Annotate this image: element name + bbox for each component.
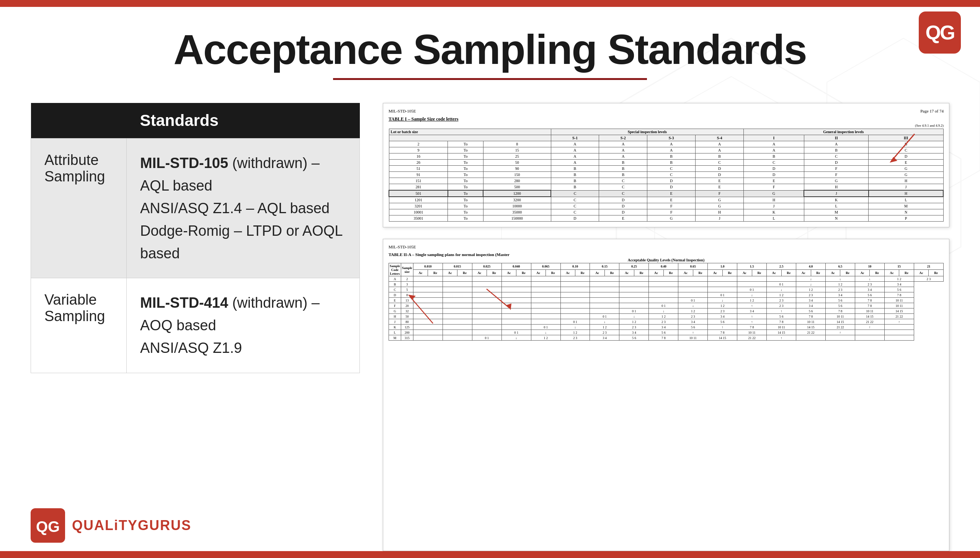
aql-table: Sample Code Letters Sample size 0.010 0.… bbox=[389, 263, 944, 341]
doc-lower-subtitle: Acceptable Quality Levels (Normal Inspec… bbox=[628, 258, 705, 262]
attribute-sampling-label: Attribute Sampling bbox=[31, 139, 127, 278]
attr-line3: Dodge-Romig – LTPD or AOQL based bbox=[140, 223, 342, 261]
sampling-table: Standards Attribute Sampling MIL-STD-105… bbox=[31, 103, 360, 373]
title-underline bbox=[333, 78, 647, 80]
doc-upper-note: (See 4.9.1 and 4.9.2) bbox=[915, 124, 944, 128]
left-section: Standards Attribute Sampling MIL-STD-105… bbox=[31, 103, 360, 551]
var-bold: MIL-STD-414 (withdrawn) – AOQ based bbox=[140, 295, 320, 333]
logo-company-name: QUALiTYGURUS bbox=[72, 517, 191, 533]
attr-line2: ANSI/ASQ Z1.4 – AQL based bbox=[140, 200, 330, 216]
bottom-border bbox=[0, 551, 980, 558]
logo-text: QUALiTYGURUS bbox=[72, 518, 191, 533]
page-title: Acceptance Sampling Standards bbox=[31, 26, 949, 72]
body-section: Standards Attribute Sampling MIL-STD-105… bbox=[31, 88, 949, 551]
attribute-sampling-content: MIL-STD-105 (withdrawn) – AQL based ANSI… bbox=[127, 139, 360, 278]
qg-badge-text: QG bbox=[926, 21, 954, 44]
doc-lower: MIL-STD-105E TABLE II-A – Single samplin… bbox=[383, 239, 949, 551]
top-border bbox=[0, 0, 980, 7]
qg-logo-icon: QG bbox=[31, 508, 65, 543]
doc-lower-title: MIL-STD-105E bbox=[389, 245, 416, 249]
doc-upper-table-title: TABLE I – Sample Size code letters bbox=[389, 117, 458, 122]
right-section: MIL-STD-105E Page 17 of 74 TABLE I – Sam… bbox=[383, 103, 949, 551]
doc-upper-table: Lot or batch size Special inspection lev… bbox=[389, 129, 944, 222]
table-row: Variable Sampling MIL-STD-414 (withdrawn… bbox=[31, 278, 360, 373]
variable-sampling-label: Variable Sampling bbox=[31, 278, 127, 373]
var-line2: ANSI/ASQ Z1.9 bbox=[140, 340, 242, 356]
logo-section: QG QUALiTYGURUS bbox=[31, 508, 191, 543]
table-row: Attribute Sampling MIL-STD-105 (withdraw… bbox=[31, 139, 360, 278]
doc-upper-title: MIL-STD-105E bbox=[389, 109, 416, 113]
variable-sampling-content: MIL-STD-414 (withdrawn) – AOQ based ANSI… bbox=[127, 278, 360, 373]
doc-upper: MIL-STD-105E Page 17 of 74 TABLE I – Sam… bbox=[383, 103, 949, 227]
svg-text:QG: QG bbox=[36, 518, 60, 535]
title-section: Acceptance Sampling Standards bbox=[31, 7, 949, 88]
qg-logo-top-right: QG bbox=[919, 11, 961, 54]
doc-upper-page: Page 17 of 74 bbox=[920, 109, 944, 113]
table-header-standards: Standards bbox=[127, 103, 360, 139]
doc-lower-table-title: TABLE II-A – Single sampling plans for n… bbox=[389, 252, 509, 257]
main-content: Acceptance Sampling Standards Standards … bbox=[0, 7, 980, 551]
